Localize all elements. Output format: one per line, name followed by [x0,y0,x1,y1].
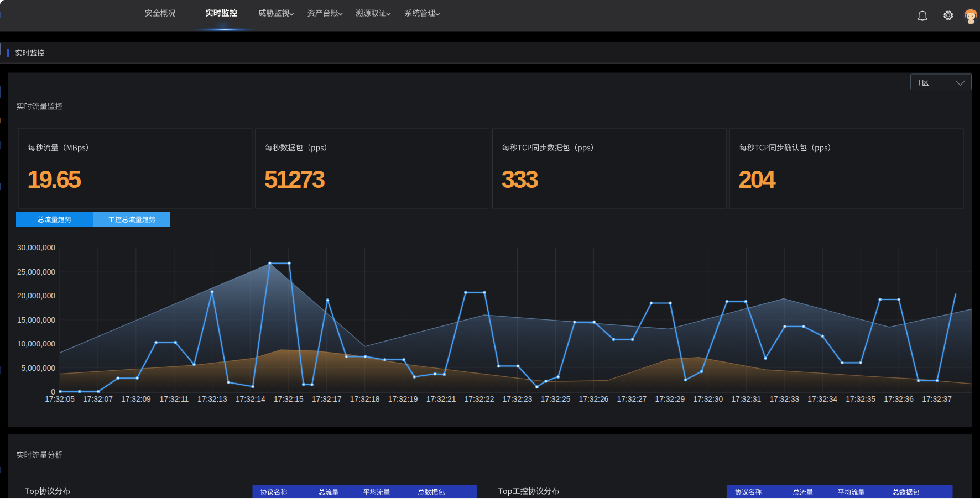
svg-text:17:32:17: 17:32:17 [312,395,342,403]
svg-text:17:32:13: 17:32:13 [197,395,227,403]
svg-text:17:32:11: 17:32:11 [160,395,189,403]
svg-text:17:32:14: 17:32:14 [236,395,265,403]
svg-text:51273: 51273 [264,166,325,193]
svg-text:19.65: 19.65 [27,166,81,193]
svg-text:15,000,000: 15,000,000 [17,316,55,324]
svg-text:17:32:34: 17:32:34 [807,395,837,403]
svg-text:333: 333 [502,166,538,193]
svg-text:17:32:30: 17:32:30 [693,395,723,403]
svg-text:17:32:35: 17:32:35 [846,395,875,403]
svg-text:17:32:15: 17:32:15 [274,395,304,403]
svg-text:25,000,000: 25,000,000 [17,268,55,276]
svg-text:17:32:23: 17:32:23 [503,395,533,403]
svg-text:17:32:19: 17:32:19 [388,395,418,403]
svg-text:17:32:09: 17:32:09 [121,395,151,403]
svg-text:30,000,000: 30,000,000 [17,244,55,252]
svg-text:17:32:31: 17:32:31 [731,395,761,403]
svg-text:17:32:37: 17:32:37 [922,395,952,403]
svg-text:204: 204 [738,166,776,193]
svg-text:17:32:21: 17:32:21 [426,395,456,403]
svg-text:17:32:18: 17:32:18 [350,395,380,403]
svg-text:17:32:29: 17:32:29 [655,395,685,403]
svg-text:17:32:05: 17:32:05 [45,395,75,403]
svg-text:5,000,000: 5,000,000 [22,364,56,372]
svg-text:20,000,000: 20,000,000 [17,292,55,300]
svg-text:17:32:26: 17:32:26 [579,395,609,403]
svg-text:17:32:27: 17:32:27 [617,395,647,403]
svg-text:17:32:22: 17:32:22 [465,395,494,403]
svg-text:10,000,000: 10,000,000 [17,340,55,348]
svg-text:17:32:07: 17:32:07 [83,395,113,403]
svg-text:17:32:25: 17:32:25 [541,395,571,403]
svg-text:17:32:36: 17:32:36 [884,395,914,403]
svg-text:17:32:33: 17:32:33 [769,395,799,403]
